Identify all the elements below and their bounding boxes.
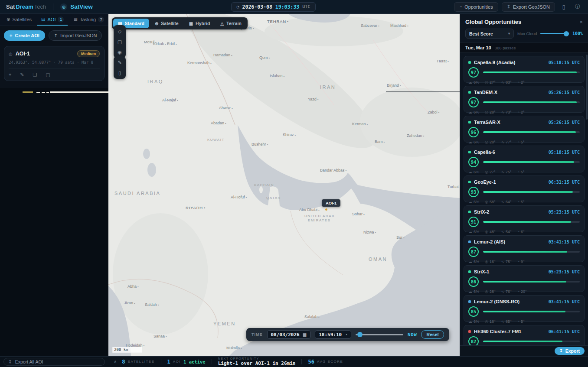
duplicate-icon[interactable]: ❏ xyxy=(33,72,37,78)
stat-duration: ◔2° xyxy=(517,110,525,114)
tab-satellites[interactable]: ⊕ Satellites xyxy=(3,14,36,26)
opportunity-card[interactable]: Lemur-2 (GNSS-RO) 03:41:15 UTC 85 ☁6%◎16… xyxy=(464,295,585,322)
opportunities-panel: Global Opportunities × Best Score ▾ Max … xyxy=(460,14,588,356)
map-style-satellite[interactable]: ⊕ Satellite xyxy=(150,19,183,28)
aoi-card[interactable]: ◎ AOI-1 Medium 24.9263°, 54.8877° · 79 s… xyxy=(4,46,105,81)
stat-duration: ◔2° xyxy=(517,80,525,84)
cloud-icon: ☁ xyxy=(468,110,472,114)
edit-icon[interactable]: ✎ xyxy=(20,72,24,78)
info-button[interactable]: ⓘ xyxy=(572,2,583,12)
opportunity-card[interactable]: TanDEM-X 05:26:15 UTC 97 ☁6%◎28°∿73°◔2° xyxy=(464,86,585,113)
avg-score-label: AVG SCORE xyxy=(317,360,343,364)
cloud-icon: ☁ xyxy=(468,319,472,324)
pass-stats: ☁6%◎16°∿75°◔9° xyxy=(468,260,580,264)
date-value: 08/03/2026 xyxy=(271,332,300,338)
stat-duration: ◔20° xyxy=(517,289,527,294)
time-slider[interactable] xyxy=(356,334,403,335)
opportunity-card[interactable]: TerraSAR-X 05:26:15 UTC 96 ☁6%◎28°∿77°◔5… xyxy=(464,116,585,143)
brand-part-3: Tech xyxy=(34,3,46,10)
score-bar xyxy=(483,161,580,163)
edit-tools: ✎ ▯ xyxy=(114,56,126,79)
export-geojson-button[interactable]: ↧ Export GeoJSON xyxy=(502,2,555,12)
globe-icon: ⊕ xyxy=(155,21,158,26)
zoom-to-icon[interactable]: ⌖ xyxy=(9,72,11,78)
aoi-shape-icon: ◎ xyxy=(9,52,13,56)
close-icon[interactable]: × xyxy=(579,19,583,25)
pin-icon: ◉ xyxy=(118,49,122,55)
aoi-map-marker[interactable] xyxy=(325,208,327,211)
time-input[interactable]: 18:59:10 ◔ xyxy=(315,330,351,339)
stat-elevation: ∿77° xyxy=(501,140,512,144)
score-circle: 93 xyxy=(468,187,479,197)
max-cloud-slider[interactable] xyxy=(540,33,568,34)
opportunity-list: Capella-9 (Acadia) 05:18:15 UTC 97 ☁6%◎2… xyxy=(460,53,588,345)
drop-pin-button[interactable]: ◉ xyxy=(115,47,124,57)
pass-time: 05:18:15 UTC xyxy=(549,60,580,65)
app-name: SatView xyxy=(70,3,93,10)
map-icon: ▤ xyxy=(41,17,45,22)
date-input[interactable]: 08/03/2026 ▦ xyxy=(267,330,311,339)
cloud-icon: ☁ xyxy=(468,200,472,204)
sort-select[interactable]: Best Score ▾ xyxy=(465,29,514,39)
edit-shape-button[interactable]: ✎ xyxy=(115,58,124,67)
export-all-aoi-button[interactable]: ↧ Export All AOI xyxy=(3,358,105,366)
stat-elevation: ∿75° xyxy=(501,170,512,174)
duration-icon: ◔ xyxy=(517,200,519,204)
duration-icon: ◔ xyxy=(517,230,519,234)
download-icon: ↧ xyxy=(8,359,12,364)
tab-aoi[interactable]: ▤ AOI 1 xyxy=(37,14,68,26)
pass-time: 03:41:15 UTC xyxy=(549,299,580,304)
export-button[interactable]: ↧ Export xyxy=(555,347,585,355)
scrollbar-thumb[interactable] xyxy=(586,55,588,120)
pass-stats: ☁6%◎16°∿85°◔5° xyxy=(468,319,580,324)
opportunities-button[interactable]: ◔ Opportunities xyxy=(454,2,498,12)
opportunity-card[interactable]: GeoEye-1 06:31:15 UTC 93 ☁6%◎58°∿64°◔5° xyxy=(464,175,585,202)
opportunity-card[interactable]: StriX-1 05:23:15 UTC 86 ☁6%◎28°∿76°◔20° xyxy=(464,265,585,292)
tab-tasking-label: Tasking xyxy=(80,17,96,22)
draw-rectangle-button[interactable]: ▢ xyxy=(115,37,124,46)
elevation-icon: ∿ xyxy=(501,170,505,174)
delete-shape-button[interactable]: ▯ xyxy=(115,68,124,78)
pass-time: 03:41:15 UTC xyxy=(549,240,580,244)
opportunity-card[interactable]: StriX-2 05:23:15 UTC 91 ☁6%◎48°∿54°◔6° xyxy=(464,205,585,232)
stat-cloud: ☁6% xyxy=(468,80,479,84)
next-opportunity-metric: NEXT OPPORTUNITY Light-1 over AOI-1 in 2… xyxy=(218,357,296,366)
offnadir-icon: ◎ xyxy=(485,319,488,324)
opportunity-card[interactable]: Capella-6 05:18:15 UTC 94 ☁6%◎27°∿75°◔5° xyxy=(464,146,585,172)
sort-select-value: Best Score xyxy=(469,31,493,36)
pass-time: 05:18:15 UTC xyxy=(549,150,580,155)
map-style-terrain[interactable]: △ Terrain xyxy=(216,19,246,28)
trash-button[interactable]: ▯ xyxy=(559,2,569,12)
brand-part-1: Sat xyxy=(6,3,15,10)
max-cloud-knob[interactable] xyxy=(564,31,569,36)
score-bar xyxy=(483,281,580,283)
avg-score-value: 56 xyxy=(308,359,314,365)
elevation-icon: ∿ xyxy=(501,140,505,144)
satellite-name: Lemur-2 (GNSS-RO) xyxy=(474,299,546,304)
satellite-icon: ⊚ xyxy=(60,3,67,10)
tab-aoi-label: AOI xyxy=(47,17,56,22)
collapse-chevron-icon[interactable]: ∧ xyxy=(114,359,117,364)
delete-icon[interactable]: ▢ xyxy=(46,72,50,78)
draw-polygon-button[interactable]: ◇ xyxy=(115,26,124,36)
opportunity-card[interactable]: Lemur-2 (AIS) 03:41:15 UTC 87 ☁6%◎16°∿75… xyxy=(464,235,585,262)
score-bar xyxy=(483,311,580,312)
map-canvas[interactable]: MosulErbilKirkukQazvinTEHRANSabzevarMash… xyxy=(108,14,460,356)
lake xyxy=(143,149,150,159)
import-geojson-button[interactable]: ↥ Import GeoJSON xyxy=(49,30,102,41)
edit-icon: ✎ xyxy=(118,60,121,65)
reset-time-button[interactable]: Reset xyxy=(421,330,444,339)
aoi-meta: 24.9263°, 54.8877° · 79 sats · Mar 8 xyxy=(9,60,100,65)
score-bar-fill xyxy=(483,341,562,342)
tab-tasking[interactable]: ▦ Tasking 7 xyxy=(69,14,108,26)
terrain-east-iran xyxy=(360,88,460,157)
opportunity-card[interactable]: HE360 Cluster-7 FM1 06:41:15 UTC 82 ☁6%◎… xyxy=(464,325,585,345)
offnadir-icon: ◎ xyxy=(485,80,488,84)
aoi-map-tooltip[interactable]: AOI-1 xyxy=(322,199,340,207)
opportunity-card[interactable]: Capella-9 (Acadia) 05:18:15 UTC 97 ☁6%◎2… xyxy=(464,56,585,83)
offnadir-icon: ◎ xyxy=(485,200,488,204)
stat-elevation: ∿75° xyxy=(501,260,512,264)
create-aoi-button[interactable]: + Create AOI xyxy=(4,30,45,41)
map-style-hybrid[interactable]: ▦ Hybrid xyxy=(184,19,215,28)
time-slider-knob[interactable] xyxy=(357,332,363,337)
